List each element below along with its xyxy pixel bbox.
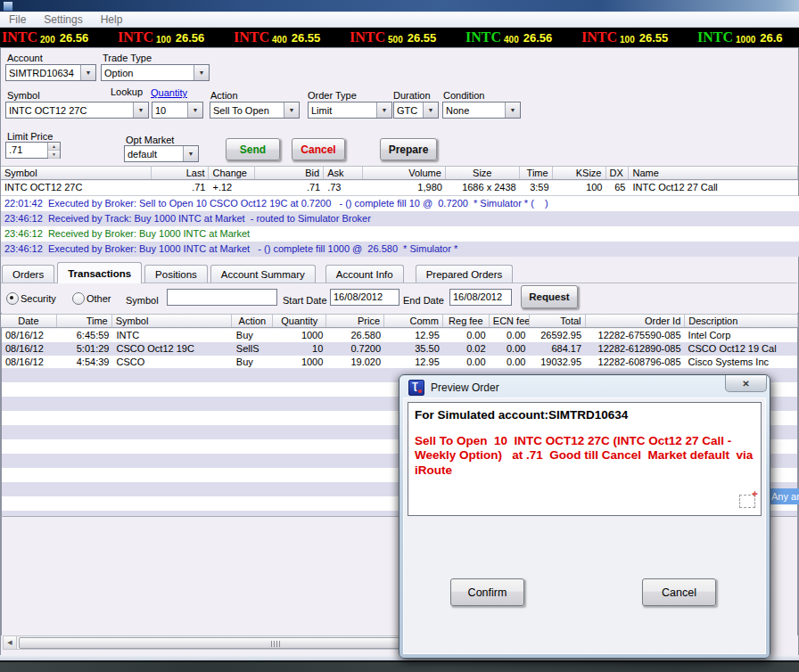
other-radio-label[interactable]: Other [86,293,111,304]
chevron-down-icon[interactable]: ▼ [423,102,438,118]
order-type-select[interactable]: Limit▼ [308,102,392,119]
quote-col-name[interactable]: Name [629,167,798,179]
action-select[interactable]: Sell To Open▼ [210,102,300,119]
opt-market-select[interactable]: default▼ [124,145,199,162]
quote-col-dx[interactable]: DX [606,167,630,179]
condition-label: Condition [443,90,484,101]
log-line[interactable]: 23:46:12 Received by Track: Buy 1000 INT… [1,211,799,226]
ticker-price: 26.55 [292,31,321,45]
quote-col-time[interactable]: Time [520,167,553,179]
confirm-button[interactable]: Confirm [450,578,524,606]
col-action[interactable]: Action [232,315,273,327]
tab-orders[interactable]: Orders [2,265,54,283]
end-date-input[interactable]: 16/08/2012 [449,289,512,306]
col-comm[interactable]: Comm [384,315,443,327]
other-radio[interactable] [72,292,85,305]
account-select[interactable]: SIMTRD10634▼ [5,64,96,81]
log-line[interactable]: 22:01:42 Executed by Broker: Sell to Ope… [1,196,799,211]
col-quantity[interactable]: Quantity [273,315,326,327]
security-radio[interactable] [6,292,19,305]
chevron-down-icon[interactable]: ▼ [284,102,299,118]
quote-col-volume[interactable]: Volume [363,167,446,179]
col-reg-fee[interactable]: Reg fee [443,315,490,327]
tab-prepared-orders[interactable]: Prepared Orders [416,265,514,283]
txn-action: SellS [233,342,274,356]
tab-transactions[interactable]: Transactions [57,262,142,283]
col-time[interactable]: Time [57,315,112,327]
chevron-down-icon[interactable]: ▼ [376,102,391,118]
col-ecn-fee[interactable]: ECN fee [490,315,530,327]
dialog-cancel-button[interactable]: Cancel [642,578,716,606]
limit-price-value: .71 [6,143,47,158]
tab-positions[interactable]: Positions [144,265,208,283]
col-symbol[interactable]: Symbol [112,315,233,327]
tab-account-summary[interactable]: Account Summary [210,265,316,283]
transaction-row[interactable]: 08/16/12 4:54:39 CSCO Buy 1000 19.020 12… [2,356,797,369]
spin-up-icon[interactable]: ▲ [48,143,60,151]
chevron-down-icon[interactable]: ▼ [133,102,148,118]
ticker-price: 26.56 [176,31,205,45]
quantity-link[interactable]: Quantity [151,87,187,98]
chevron-down-icon[interactable]: ▼ [194,65,209,80]
txn-price: 26.580 [326,329,384,342]
quote-col-last[interactable]: Last [152,167,210,179]
symbol-select[interactable]: INTC OCT12 27C▼ [5,102,149,119]
quote-col-symbol[interactable]: Symbol [1,167,152,179]
tab-bar: Orders Transactions Positions Account Su… [2,263,797,283]
col-total[interactable]: Total [530,315,586,327]
spin-down-icon[interactable]: ▼ [48,151,60,159]
action-value: Sell To Open [210,105,284,116]
col-date[interactable]: Date [1,315,57,327]
send-button[interactable]: Send [226,138,280,160]
txn-order-id: 12282-608796-085 [585,356,684,369]
request-button[interactable]: Request [521,285,578,308]
start-date-label: Start Date [283,295,327,306]
filter-symbol-input[interactable] [167,289,277,306]
quote-row[interactable]: INTC OCT12 27C .71 +.12 .71 .73 1,980 16… [1,181,798,196]
quote-col-ksize[interactable]: KSize [553,167,606,179]
scroll-left-icon[interactable]: ◀ [4,636,17,649]
condition-select[interactable]: None▼ [442,102,521,119]
close-icon[interactable]: ✕ [725,375,767,392]
txn-reg-fee: 0.00 [443,356,490,369]
txn-quantity: 1000 [274,329,327,342]
limit-price-stepper[interactable]: .71 ▲▼ [5,142,61,159]
quote-col-bid[interactable]: Bid [255,167,324,179]
chevron-down-icon[interactable]: ▼ [505,102,520,118]
col-price[interactable]: Price [326,315,384,327]
duration-select[interactable]: GTC▼ [393,102,439,119]
trade-type-select[interactable]: Option▼ [101,64,210,81]
quote-volume: 1,980 [363,181,446,195]
prepare-button[interactable]: Prepare [380,138,437,160]
dialog-titlebar[interactable]: Preview Order [408,380,499,396]
quote-col-size[interactable]: Size [446,167,520,179]
ticker-item: INTC50026.55 [348,29,464,45]
col-description[interactable]: Description [685,315,798,327]
col-order-id[interactable]: Order Id [586,315,686,327]
quote-change: +.12 [209,181,255,195]
chevron-down-icon[interactable]: ▼ [187,102,202,118]
security-radio-label[interactable]: Security [21,293,56,304]
quote-col-change[interactable]: Change [209,167,255,179]
chevron-down-icon[interactable]: ▼ [80,65,95,80]
quantity-select[interactable]: 10▼ [152,102,203,119]
txn-comm: 12.95 [384,329,443,342]
cancel-order-button[interactable]: Cancel [292,138,345,160]
ticker-price: 26.55 [408,31,437,45]
start-date-input[interactable]: 16/08/2012 [330,289,400,306]
any-area-highlight[interactable]: Any are [769,488,799,504]
lookup-link[interactable]: Lookup [111,86,143,97]
transaction-row[interactable]: 08/16/12 6:45:59 INTC Buy 1000 26.580 12… [2,329,797,342]
menu-settings[interactable]: Settings [35,13,91,26]
log-line[interactable]: 23:46:12 Received by Broker: Buy 1000 IN… [1,226,799,242]
log-line[interactable]: 23:46:12 Executed by Broker: Buy 1000 IN… [1,242,799,257]
tab-account-info[interactable]: Account Info [325,265,404,283]
ticker-item: INTC40026.55 [232,29,348,45]
window-titlebar[interactable] [0,0,799,12]
menu-file[interactable]: File [0,13,35,26]
quote-col-ask[interactable]: Ask [324,167,363,179]
transaction-row[interactable]: 08/16/12 5:01:29 CSCO Oct12 19C SellS 10… [2,342,797,356]
txn-reg-fee: 0.00 [443,329,490,342]
chevron-down-icon[interactable]: ▼ [183,146,198,161]
menu-help[interactable]: Help [92,13,132,26]
